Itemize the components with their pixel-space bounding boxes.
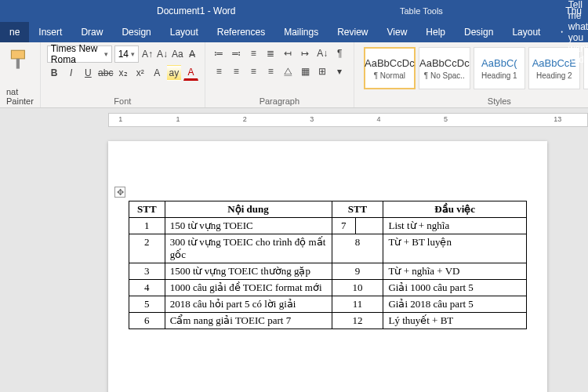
col-noidung[interactable]: Nội dung [165,201,332,218]
cell-noidung[interactable]: 1000 câu giải đề TOEIC format mới [165,280,332,296]
align-center-button[interactable]: ≡ [229,64,244,79]
horizontal-ruler[interactable]: 1 1 2 3 4 5 13 [108,113,588,127]
table-row[interactable]: 6Cẩm nang giải TOEIC part 712Lý thuyết +… [129,313,527,329]
cell-dauviec[interactable]: List từ + nghĩa [383,218,527,234]
tab-review[interactable]: Review [328,22,377,42]
underline-button[interactable]: U [81,65,96,81]
cell-stt[interactable]: 3 [129,263,165,280]
bullets-button[interactable]: ≔ [212,45,227,61]
chevron-down-icon: ▾ [104,50,108,58]
tab-design[interactable]: Design [112,22,160,42]
cell-dauviec[interactable]: Giải 2018 câu part 5 [383,296,527,313]
col-stt-1[interactable]: STT [129,201,165,218]
table-row[interactable]: 2300 từ vựng TOEIC cho trình độ mất gốc8… [129,234,527,263]
tell-me-search[interactable]: Tell me what you want to do [561,0,588,65]
cell-split[interactable] [355,218,383,234]
shading-button[interactable]: ▦ [298,64,313,79]
tab-insert[interactable]: Insert [29,22,71,42]
justify-button[interactable]: ≡ [263,64,278,79]
cell-noidung[interactable]: 2018 câu hỏi part 5 có lời giải [165,296,332,313]
pilcrow-button[interactable]: ¶ [332,45,347,61]
align-left-button[interactable]: ≡ [212,64,227,79]
tab-view[interactable]: View [378,22,417,42]
tab-table-design[interactable]: Design [455,22,503,42]
highlight-button[interactable]: ay [167,65,182,81]
cell-stt2[interactable]: 7 [332,218,355,234]
sort-button[interactable]: ↦ [298,45,313,61]
table-move-handle-icon[interactable]: ✥ [114,187,125,198]
clear-format-button[interactable]: A̶ [187,46,198,62]
style-heading-1[interactable]: AaBbC( Heading 1 [474,47,525,89]
cell-dauviec[interactable]: Giải 1000 câu part 5 [383,280,527,296]
table-row[interactable]: 41000 câu giải đề TOEIC format mới10Giải… [129,280,527,296]
subscript-button[interactable]: x₂ [116,65,131,81]
align-right-button[interactable]: ≡ [246,64,261,79]
cell-stt[interactable]: 4 [129,280,165,296]
show-marks-button[interactable]: A↓ [315,45,330,61]
cell-stt2[interactable]: 11 [332,296,383,313]
contextual-tab-label: Table Tools [400,6,443,16]
style-preview: AaBbCcDc [365,57,415,69]
ribbon: nat Painter Times New Roma▾ 14▾ A↑ A↓ Aa… [0,42,588,108]
cell-noidung[interactable]: Cẩm nang giải TOEIC part 7 [165,313,332,329]
strike-button[interactable]: abc [98,65,114,81]
format-painter-label[interactable]: nat Painter [6,87,34,106]
shrink-font-button[interactable]: A↓ [156,46,169,62]
cell-dauviec[interactable]: Từ + nghĩa + VD [383,263,527,280]
cell-stt[interactable]: 5 [129,296,165,313]
col-stt-2[interactable]: STT [332,201,383,218]
cell-stt2[interactable]: 12 [332,313,383,329]
cell-stt2[interactable]: 10 [332,280,383,296]
table-row[interactable]: 1150 từ vựng TOEIC7List từ + nghĩa [129,218,527,234]
table-row[interactable]: 31500 từ vựng TOEIC thường gặp9Từ + nghĩ… [129,263,527,280]
cell-stt2[interactable]: 9 [332,263,383,280]
tab-draw[interactable]: Draw [71,22,112,42]
cell-stt[interactable]: 2 [129,234,165,263]
tab-home-edge[interactable]: ne [0,22,29,42]
cell-stt[interactable]: 1 [129,218,165,234]
font-size-select[interactable]: 14▾ [114,45,139,63]
style-no-spacing[interactable]: AaBbCcDc ¶ No Spac.. [419,47,470,89]
cell-noidung[interactable]: 1500 từ vựng TOEIC thường gặp [165,263,332,280]
styles-gallery[interactable]: AaBbCcDc ¶ Normal AaBbCcDc ¶ No Spac.. A… [361,45,588,91]
style-preview: AaBbC( [481,57,517,69]
font-name-value: Times New Roma [51,43,102,65]
tab-help[interactable]: Help [416,22,455,42]
grow-font-button[interactable]: A↑ [141,46,154,62]
cell-dauviec[interactable]: Từ + BT luyện [383,234,527,263]
tab-references[interactable]: References [208,22,274,42]
table-row[interactable]: 52018 câu hỏi part 5 có lời giải11Giải 2… [129,296,527,313]
style-normal[interactable]: AaBbCcDc ¶ Normal [364,47,416,89]
italic-button[interactable]: I [64,65,78,81]
multilevel-button[interactable]: ≡ [246,45,261,61]
superscript-button[interactable]: x² [132,65,147,81]
document-workspace[interactable]: ✥ STT Nội dung STT Đầu việc 1150 từ vựng… [0,127,588,392]
font-color-button[interactable]: A [183,65,198,81]
tab-table-layout[interactable]: Layout [503,22,550,42]
format-painter-icon[interactable] [6,47,33,74]
change-case-button[interactable]: Aa [171,46,184,62]
bold-button[interactable]: B [47,65,62,81]
tab-layout[interactable]: Layout [161,22,208,42]
cell-stt2[interactable]: 8 [332,234,383,263]
cell-dauviec[interactable]: Lý thuyết + BT [383,313,527,329]
cell-stt[interactable]: 6 [129,313,165,329]
chevron-down-icon: ▾ [131,50,135,58]
font-group-label: Font [47,95,198,106]
borders-button[interactable]: ⊞ [315,64,330,79]
styles-group: AaBbCcDc ¶ Normal AaBbCcDc ¶ No Spac.. A… [354,42,588,107]
line-spacing-button[interactable]: ⧋ [281,64,296,79]
col-dauviec[interactable]: Đầu việc [383,201,527,218]
decrease-indent-button[interactable]: ≣ [263,45,278,61]
numbering-button[interactable]: ≕ [229,45,244,61]
cell-noidung[interactable]: 150 từ vựng TOEIC [165,218,332,234]
increase-indent-button[interactable]: ↤ [281,45,296,61]
content-table[interactable]: STT Nội dung STT Đầu việc 1150 từ vựng T… [129,201,527,329]
font-name-select[interactable]: Times New Roma▾ [47,45,112,63]
tab-mailings[interactable]: Mailings [274,22,328,42]
page[interactable]: ✥ STT Nội dung STT Đầu việc 1150 từ vựng… [108,141,547,392]
borders-dropdown[interactable]: ▾ [332,64,347,79]
tell-me-label: Tell me what you want to do [568,0,588,65]
cell-noidung[interactable]: 300 từ vựng TOEIC cho trình độ mất gốc [165,234,332,263]
text-effects-button[interactable]: A [150,65,165,81]
